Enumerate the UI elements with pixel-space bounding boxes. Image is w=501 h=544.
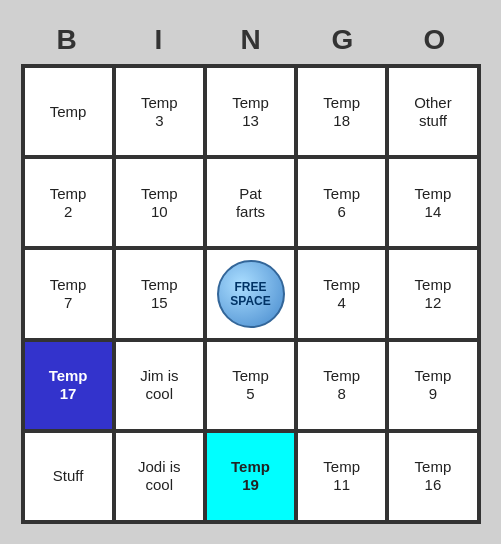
header-letter: I (113, 20, 205, 60)
bingo-cell: Temp 14 (387, 157, 478, 248)
bingo-cell: Pat farts (205, 157, 296, 248)
bingo-cell: Jodi is cool (114, 431, 205, 522)
header-letter: G (297, 20, 389, 60)
bingo-cell: Temp 11 (296, 431, 387, 522)
bingo-cell: Temp 5 (205, 340, 296, 431)
header-letter: N (205, 20, 297, 60)
bingo-cell: Temp 15 (114, 248, 205, 339)
bingo-cell: Temp 13 (205, 66, 296, 157)
free-space-bubble: FREESPACE (217, 260, 285, 328)
bingo-cell: Temp 9 (387, 340, 478, 431)
bingo-cell: FREESPACE (205, 248, 296, 339)
bingo-cell: Other stuff (387, 66, 478, 157)
bingo-cell: Temp (23, 66, 114, 157)
header-letter: O (389, 20, 481, 60)
bingo-cell: Temp 6 (296, 157, 387, 248)
bingo-cell: Temp 16 (387, 431, 478, 522)
bingo-cell: Stuff (23, 431, 114, 522)
bingo-cell: Temp 19 (205, 431, 296, 522)
bingo-cell: Temp 2 (23, 157, 114, 248)
bingo-cell: Temp 12 (387, 248, 478, 339)
bingo-cell: Temp 18 (296, 66, 387, 157)
bingo-card: BINGO TempTemp 3Temp 13Temp 18Other stuf… (11, 10, 491, 534)
bingo-cell: Temp 4 (296, 248, 387, 339)
bingo-header: BINGO (21, 20, 481, 60)
bingo-cell: Temp 8 (296, 340, 387, 431)
header-letter: B (21, 20, 113, 60)
bingo-cell: Temp 3 (114, 66, 205, 157)
bingo-cell: Temp 7 (23, 248, 114, 339)
bingo-cell: Temp 10 (114, 157, 205, 248)
bingo-cell: Jim is cool (114, 340, 205, 431)
bingo-grid: TempTemp 3Temp 13Temp 18Other stuffTemp … (21, 64, 481, 524)
bingo-cell: Temp 17 (23, 340, 114, 431)
